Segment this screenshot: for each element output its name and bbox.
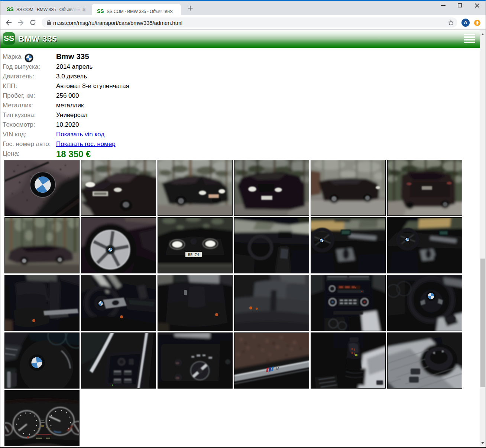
svg-text:IO: IO — [176, 361, 179, 365]
svg-text:B M W: B M W — [27, 53, 31, 55]
svg-text:RR-74: RR-74 — [188, 253, 199, 257]
svg-text:OI: OI — [176, 376, 179, 380]
